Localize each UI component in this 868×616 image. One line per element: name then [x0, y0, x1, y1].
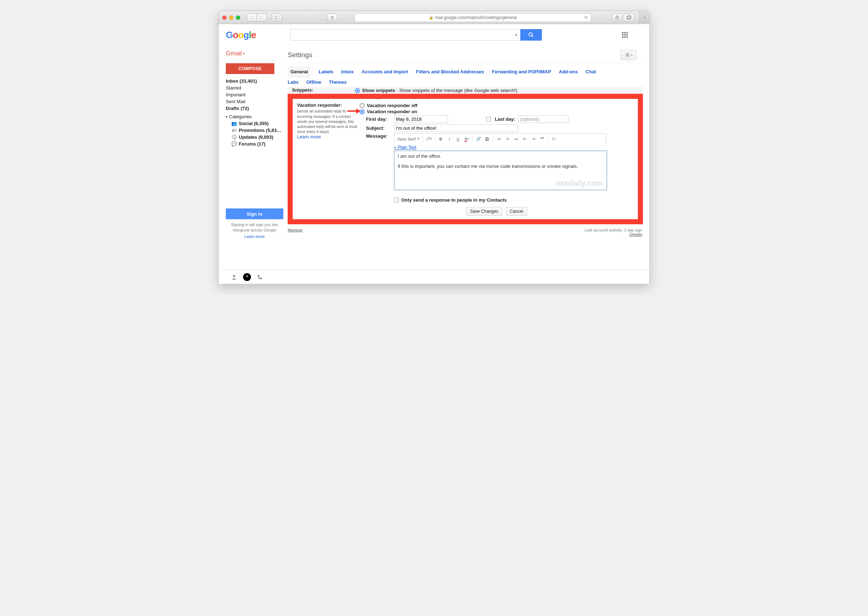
- settings-tabs: General Labels Inbox Accounts and Import…: [288, 66, 649, 86]
- radio-show-snippets[interactable]: [355, 88, 360, 93]
- lock-icon: 🔒: [429, 16, 433, 19]
- clear-format-icon[interactable]: T×: [551, 135, 557, 143]
- compose-button[interactable]: COMPOSE: [226, 63, 274, 74]
- sidebar-item-sent[interactable]: Sent Mail: [226, 98, 284, 105]
- svg-rect-5: [627, 17, 630, 19]
- dropdown-caret-icon: ▾: [243, 52, 245, 55]
- people-icon: 👥: [232, 121, 236, 126]
- settings-gear-button[interactable]: ▾: [621, 50, 636, 60]
- only-contacts-checkbox[interactable]: [394, 198, 399, 202]
- radio-vacation-on[interactable]: [359, 109, 365, 114]
- image-icon[interactable]: 🖼: [484, 135, 490, 143]
- font-selector[interactable]: Sans Serif ▼: [397, 135, 420, 143]
- share-button[interactable]: [612, 14, 622, 22]
- back-button[interactable]: 〈: [247, 14, 257, 22]
- text-color-icon[interactable]: A▾: [464, 135, 469, 143]
- subject-input[interactable]: [394, 124, 518, 132]
- learn-more-link[interactable]: Learn more: [226, 234, 284, 239]
- traffic-lights: [222, 16, 240, 20]
- vacation-on-label: Vacation responder on: [367, 109, 417, 114]
- tab-addons[interactable]: Add-ons: [559, 68, 578, 77]
- google-logo[interactable]: Google: [226, 30, 256, 41]
- manage-link[interactable]: Manage: [288, 228, 303, 236]
- tab-accounts[interactable]: Accounts and Import: [361, 68, 408, 77]
- italic-icon[interactable]: I: [447, 135, 452, 143]
- sidebar-item-updates[interactable]: ⓘUpdates (9,003): [232, 134, 288, 140]
- show-snippets-desc: - Show snippets of the message (like Goo…: [395, 88, 518, 93]
- plain-text-link[interactable]: « Plain Text: [394, 144, 416, 151]
- signin-note: Signing in will sign you into Hangouts a…: [226, 222, 284, 239]
- tab-labs[interactable]: Labs: [288, 78, 298, 87]
- fullscreen-window-icon[interactable]: [236, 16, 240, 20]
- tab-themes[interactable]: Themes: [329, 78, 347, 87]
- sidebar-item-forums[interactable]: 💬Forums (17): [232, 140, 288, 147]
- contacts-tab-icon[interactable]: [230, 273, 238, 281]
- svg-line-17: [625, 56, 626, 57]
- sidebar-item-starred[interactable]: Starred: [226, 85, 284, 91]
- indent-more-icon[interactable]: ⇥: [531, 135, 537, 143]
- minimize-window-icon[interactable]: [229, 16, 233, 20]
- tab-forwarding[interactable]: Forwarding and POP/IMAP: [492, 68, 551, 77]
- first-day-input[interactable]: [394, 115, 448, 123]
- bold-icon[interactable]: B: [438, 135, 444, 143]
- search-button[interactable]: [520, 29, 542, 41]
- cancel-button[interactable]: Cancel: [506, 207, 527, 215]
- vacation-learn-more-link[interactable]: Learn more: [297, 134, 321, 140]
- font-size-icon[interactable]: тT▾: [426, 135, 432, 143]
- forward-button[interactable]: 〉: [257, 14, 267, 22]
- message-label: Message:: [366, 134, 391, 139]
- only-contacts-label: Only send a response to people in my Con…: [401, 197, 507, 203]
- chat-icon: 💬: [232, 141, 236, 147]
- reload-icon[interactable]: ↻: [584, 15, 588, 20]
- google-bar: Google ▼: [219, 24, 649, 46]
- numbered-list-icon[interactable]: ⦙≡: [505, 135, 510, 143]
- highlight-box: Vacation responder: (sends an automated …: [288, 94, 643, 224]
- address-bar[interactable]: 🔒 mail.google.com/mail/u/0/#settings/gen…: [354, 13, 591, 22]
- sidebar-item-drafts[interactable]: Drafts (72): [226, 105, 284, 112]
- tab-filters[interactable]: Filters and Blocked Addresses: [416, 68, 484, 77]
- tab-inbox[interactable]: Inbox: [341, 68, 354, 77]
- search-input[interactable]: ▼: [290, 29, 520, 41]
- signin-button[interactable]: Sign in: [226, 209, 284, 219]
- phone-tab-icon[interactable]: [256, 273, 264, 281]
- search-form: ▼: [290, 29, 542, 41]
- gmail-dropdown[interactable]: Gmail ▾: [226, 46, 288, 60]
- new-tab-button[interactable]: +: [639, 11, 649, 24]
- tab-labels[interactable]: Labels: [318, 68, 333, 77]
- message-line-2: If this is important, you can contact me…: [398, 163, 603, 169]
- tabs-button[interactable]: [624, 14, 634, 22]
- main-panel: Settings ▾ General Labels Inbox Accounts…: [288, 46, 649, 244]
- first-day-label: First day:: [366, 116, 391, 122]
- align-icon[interactable]: ≡▾: [496, 135, 502, 143]
- radio-vacation-off[interactable]: [359, 103, 365, 108]
- last-day-input[interactable]: [518, 115, 569, 123]
- link-icon[interactable]: 🔗: [476, 135, 482, 143]
- bulleted-list-icon[interactable]: •≡: [514, 135, 519, 143]
- info-icon: ⓘ: [232, 135, 236, 140]
- tab-chat[interactable]: Chat: [586, 68, 596, 77]
- sidebar-item-promotions[interactable]: 🏷Promotions (5,83…: [232, 127, 288, 134]
- details-link[interactable]: Details: [630, 232, 642, 236]
- underline-icon[interactable]: U: [455, 135, 461, 143]
- tab-offline[interactable]: Offline: [306, 78, 321, 87]
- svg-point-7: [529, 33, 532, 36]
- svg-line-14: [625, 53, 626, 54]
- sidebar-item-social[interactable]: 👥Social (6,355): [232, 120, 288, 127]
- apps-grid-icon[interactable]: [622, 32, 628, 38]
- tab-general[interactable]: General: [288, 66, 311, 78]
- quote-icon[interactable]: ❝❞: [539, 135, 545, 143]
- watermark: osxdaily.com: [555, 179, 603, 188]
- svg-line-16: [629, 53, 629, 54]
- sidebar-item-important[interactable]: Important: [226, 91, 284, 98]
- sidebar-item-categories[interactable]: ▾ Categories: [226, 112, 284, 120]
- sidebar-toggle-button[interactable]: [272, 14, 282, 22]
- close-window-icon[interactable]: [222, 16, 227, 20]
- save-button[interactable]: Save Changes: [466, 207, 503, 215]
- hangouts-tab-icon[interactable]: ❝: [243, 273, 251, 281]
- message-editor[interactable]: I am out of the office. If this is impor…: [394, 151, 607, 190]
- sidebar-item-inbox[interactable]: Inbox (33,401): [226, 78, 284, 85]
- search-options-caret-icon[interactable]: ▼: [515, 33, 518, 37]
- extension-button[interactable]: [327, 14, 337, 22]
- indent-less-icon[interactable]: ⇤: [522, 135, 528, 143]
- last-day-checkbox[interactable]: [486, 117, 491, 121]
